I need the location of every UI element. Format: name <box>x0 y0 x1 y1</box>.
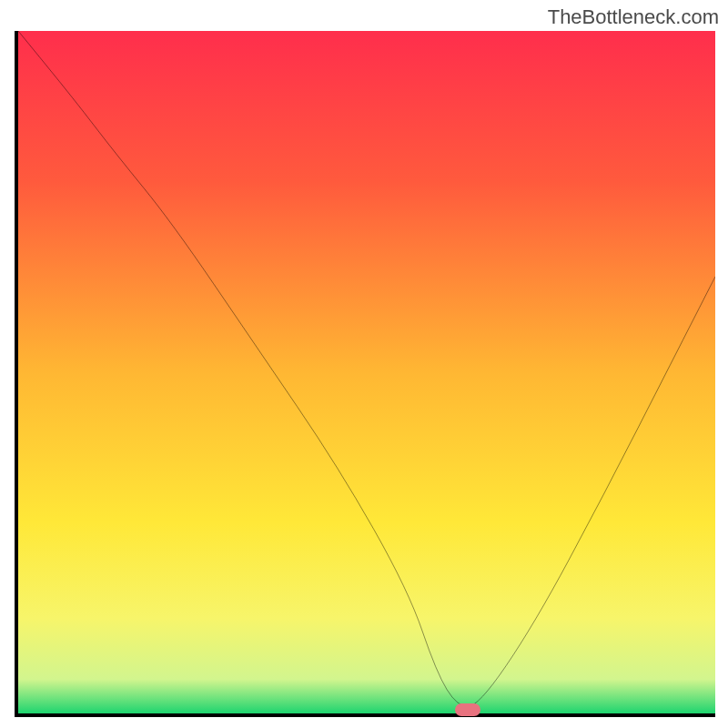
chart-plot-area <box>15 31 715 717</box>
chart-curve <box>18 31 715 713</box>
watermark-text: TheBottleneck.com <box>548 5 719 29</box>
optimal-point-marker <box>455 703 480 716</box>
